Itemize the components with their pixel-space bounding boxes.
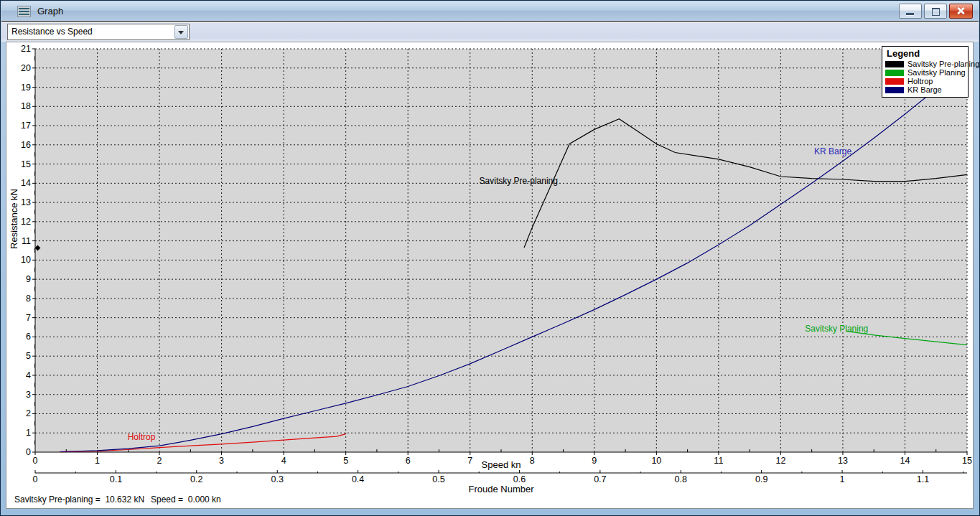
y-tick-label: 8 (26, 294, 31, 304)
x-tick-label: 12 (775, 456, 785, 466)
froude-tick-label: 0.1 (110, 474, 122, 484)
annotation-savitsky-pre-planing: Savitsky Pre-planing (480, 176, 558, 186)
y-tick-label: 12 (21, 217, 31, 227)
froude-tick-label: 0.4 (352, 474, 364, 484)
status-readout-speed: Speed = 0.000 kn (151, 494, 221, 505)
chart-legend: Legend Savitsky Pre-planingSavitsky Plan… (882, 46, 969, 98)
froude-axis-title: Froude Number (468, 484, 534, 494)
resistance-chart[interactable]: 0123456789101112131415161718192021012345… (0, 0, 980, 516)
y-tick-label: 6 (26, 332, 31, 342)
legend-title: Legend (887, 48, 968, 59)
y-tick-label: 16 (21, 140, 31, 150)
annotation-holtrop: Holtrop (128, 432, 156, 442)
y-tick-label: 20 (21, 63, 31, 73)
legend-label: Savitsky Planing (907, 68, 966, 77)
status-readout-resistance: Savitsky Pre-planing = 10.632 kN (14, 494, 144, 505)
y-tick-label: 14 (21, 178, 31, 188)
x-tick-label: 9 (592, 456, 597, 466)
froude-tick-label: 0.3 (271, 474, 284, 484)
froude-tick-label: 0 (33, 474, 38, 484)
x-tick-label: 8 (530, 456, 535, 466)
legend-entries: Savitsky Pre-planingSavitsky PlaningHolt… (882, 60, 968, 94)
y-axis-title: Resistance kN (9, 189, 19, 249)
x-tick-label: 13 (838, 456, 848, 466)
legend-swatch (885, 87, 904, 93)
y-tick-label: 5 (26, 351, 31, 361)
y-tick-label: 13 (21, 197, 31, 207)
froude-tick-label: 0.9 (755, 474, 767, 484)
y-tick-label: 19 (21, 83, 31, 93)
legend-entry: Savitsky Pre-planing (885, 60, 968, 68)
x-tick-label: 4 (281, 456, 286, 466)
y-tick-label: 17 (21, 121, 31, 131)
legend-swatch (885, 70, 904, 76)
x-tick-label: 5 (343, 456, 348, 466)
x-tick-label: 1 (95, 456, 100, 466)
y-tick-label: 21 (21, 44, 31, 54)
y-tick-label: 2 (26, 408, 31, 418)
x-tick-label: 14 (900, 456, 910, 466)
x-tick-label: 6 (406, 456, 411, 466)
legend-entry: Holtrop (885, 77, 968, 85)
graph-window: { "window": { "title": "Graph" }, "toolb… (0, 0, 980, 516)
froude-tick-label: 0.5 (432, 474, 444, 484)
legend-label: KR Barge (907, 85, 942, 94)
annotation-savitsky-planing: Savitsky Planing (805, 324, 868, 334)
y-tick-label: 1 (26, 428, 31, 438)
froude-tick-label: 1 (840, 474, 845, 484)
y-tick-label: 4 (26, 370, 31, 380)
legend-label: Savitsky Pre-planing (907, 60, 979, 68)
legend-swatch (885, 78, 904, 85)
froude-tick-label: 0.2 (190, 474, 202, 484)
x-tick-label: 11 (714, 456, 723, 466)
legend-label: Holtrop (907, 77, 933, 85)
froude-tick-label: 0.6 (513, 474, 526, 484)
x-tick-label: 7 (467, 456, 472, 466)
x-tick-label: 15 (962, 456, 972, 466)
y-tick-label: 7 (26, 313, 31, 323)
x-axis-title: Speed kn (482, 459, 521, 470)
y-tick-label: 15 (21, 159, 31, 169)
x-tick-label: 2 (157, 456, 162, 466)
legend-entry: Savitsky Planing (885, 68, 968, 77)
y-tick-label: 3 (26, 390, 31, 400)
froude-tick-label: 0.8 (675, 474, 687, 484)
annotation-kr-barge: KR Barge (814, 146, 851, 156)
y-tick-label: 0 (26, 447, 31, 457)
y-tick-label: 10 (21, 255, 31, 265)
legend-entry: KR Barge (885, 85, 968, 94)
y-tick-label: 18 (21, 101, 31, 111)
x-tick-label: 3 (219, 456, 224, 466)
y-tick-label: 11 (22, 236, 31, 246)
plot-area[interactable] (35, 49, 967, 452)
y-tick-label: 9 (26, 274, 31, 284)
froude-tick-label: 0.7 (594, 474, 606, 484)
froude-tick-label: 1.1 (917, 474, 929, 484)
x-tick-label: 0 (33, 456, 38, 466)
legend-swatch (885, 61, 904, 67)
x-tick-label: 10 (651, 456, 661, 466)
